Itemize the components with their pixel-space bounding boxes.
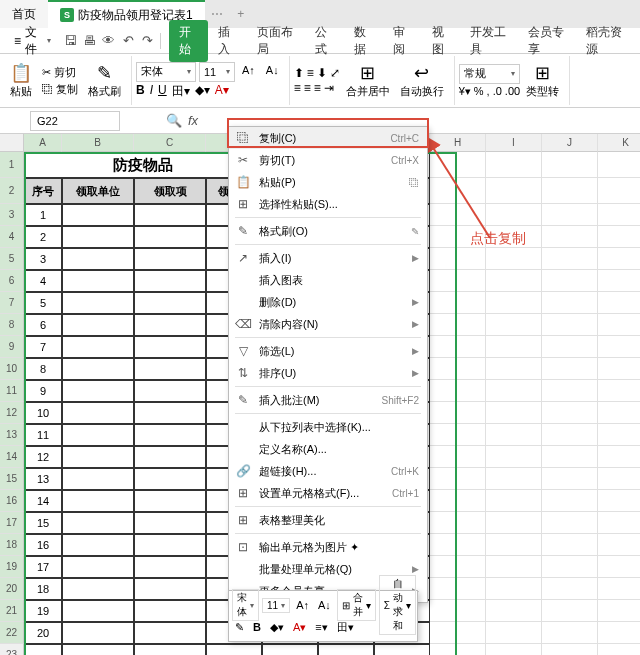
align-center-icon[interactable]: ≡	[304, 81, 311, 95]
row-head-17[interactable]: 17	[0, 512, 24, 534]
dec-inc-icon[interactable]: .0	[493, 85, 502, 98]
row-head-7[interactable]: 7	[0, 292, 24, 314]
cell[interactable]	[542, 152, 598, 178]
cell[interactable]	[134, 270, 206, 292]
row-head-16[interactable]: 16	[0, 490, 24, 512]
cell[interactable]	[598, 512, 640, 534]
cell[interactable]	[24, 644, 62, 655]
cell[interactable]	[134, 468, 206, 490]
mini-format-painter-icon[interactable]: ✎	[232, 620, 247, 635]
row-head-20[interactable]: 20	[0, 578, 24, 600]
cell[interactable]	[598, 314, 640, 336]
cell[interactable]	[134, 512, 206, 534]
col-head-I[interactable]: I	[486, 134, 542, 152]
cell[interactable]	[542, 270, 598, 292]
cell[interactable]: 15	[24, 512, 62, 534]
menu-item[interactable]: ⿻复制(C)Ctrl+C	[229, 127, 427, 149]
cell[interactable]: 12	[24, 446, 62, 468]
cell[interactable]	[430, 314, 486, 336]
menu-item[interactable]: ✎插入批注(M)Shift+F2	[229, 389, 427, 411]
cell[interactable]	[430, 446, 486, 468]
cell[interactable]	[430, 178, 486, 204]
cell[interactable]: 8	[24, 358, 62, 380]
cell[interactable]	[542, 446, 598, 468]
menu-item[interactable]: 插入图表	[229, 269, 427, 291]
cell[interactable]	[486, 424, 542, 446]
row-head-11[interactable]: 11	[0, 380, 24, 402]
menu-item[interactable]: ⊞选择性粘贴(S)...	[229, 193, 427, 215]
cell[interactable]	[486, 314, 542, 336]
currency-icon[interactable]: ¥▾	[459, 85, 471, 98]
cell[interactable]	[542, 358, 598, 380]
cell[interactable]	[542, 248, 598, 270]
cell[interactable]	[598, 204, 640, 226]
cell[interactable]	[598, 402, 640, 424]
cell[interactable]	[486, 204, 542, 226]
underline-button[interactable]: U	[158, 83, 167, 100]
cell[interactable]	[62, 424, 134, 446]
percent-icon[interactable]: %	[474, 85, 484, 98]
cell[interactable]	[62, 270, 134, 292]
cell[interactable]: 9	[24, 380, 62, 402]
font-color-button[interactable]: A▾	[215, 83, 229, 100]
cell[interactable]	[542, 600, 598, 622]
paste-button[interactable]: 📋粘贴	[6, 57, 36, 105]
cell[interactable]	[430, 336, 486, 358]
cell[interactable]	[598, 178, 640, 204]
dec-dec-icon[interactable]: .00	[505, 85, 520, 98]
preview-icon[interactable]: 👁	[100, 31, 117, 51]
cell[interactable]	[62, 578, 134, 600]
cell[interactable]	[430, 468, 486, 490]
cell[interactable]: 18	[24, 578, 62, 600]
cell[interactable]	[62, 336, 134, 358]
mini-border-icon[interactable]: 田▾	[334, 619, 357, 636]
align-left-icon[interactable]: ≡	[294, 81, 301, 95]
merge-button[interactable]: ⊞合并居中	[342, 57, 394, 105]
cell[interactable]	[134, 226, 206, 248]
cell[interactable]: 14	[24, 490, 62, 512]
mini-merge-button[interactable]: ⊞合并▾	[337, 589, 376, 621]
cell[interactable]	[430, 248, 486, 270]
cell[interactable]	[598, 336, 640, 358]
select-all-corner[interactable]	[0, 134, 24, 152]
cell[interactable]	[486, 380, 542, 402]
cell[interactable]	[598, 556, 640, 578]
cell[interactable]	[430, 534, 486, 556]
row-head-22[interactable]: 22	[0, 622, 24, 644]
mini-font-dec-icon[interactable]: A↓	[315, 598, 334, 612]
cell[interactable]	[486, 512, 542, 534]
cell[interactable]	[134, 446, 206, 468]
menu-item[interactable]: 删除(D)▶	[229, 291, 427, 313]
mini-align-icon[interactable]: ≡▾	[312, 620, 330, 635]
cell[interactable]	[486, 600, 542, 622]
cell[interactable]	[374, 644, 430, 655]
cell[interactable]	[542, 556, 598, 578]
row-head-4[interactable]: 4	[0, 226, 24, 248]
cell[interactable]	[486, 358, 542, 380]
header-cell[interactable]: 领取项	[134, 178, 206, 204]
col-head-J[interactable]: J	[542, 134, 598, 152]
cell[interactable]: 13	[24, 468, 62, 490]
cell[interactable]	[430, 270, 486, 292]
cell[interactable]	[134, 578, 206, 600]
menu-item[interactable]: ⇅排序(U)▶	[229, 362, 427, 384]
cut-button[interactable]: ✂剪切	[38, 64, 82, 80]
cell[interactable]	[262, 644, 318, 655]
mini-fill-icon[interactable]: ◆▾	[267, 620, 287, 635]
mini-font-select[interactable]: 宋体▾	[232, 589, 259, 621]
align-top-icon[interactable]: ⬆	[294, 66, 304, 80]
wrap-button[interactable]: ↩自动换行	[396, 57, 448, 105]
cell[interactable]: 6	[24, 314, 62, 336]
header-cell[interactable]: 领取单位	[62, 178, 134, 204]
menu-item[interactable]: 从下拉列表中选择(K)...	[229, 416, 427, 438]
cell[interactable]	[542, 622, 598, 644]
menu-item[interactable]: ⊞表格整理美化	[229, 509, 427, 531]
cell[interactable]	[598, 424, 640, 446]
number-format-select[interactable]: 常规▾	[459, 64, 520, 84]
save-icon[interactable]: 🖫	[61, 31, 78, 51]
font-name-select[interactable]: 宋体▾	[136, 62, 196, 82]
cell[interactable]	[318, 644, 374, 655]
cell[interactable]: 1	[24, 204, 62, 226]
cell[interactable]	[598, 534, 640, 556]
cell[interactable]	[542, 204, 598, 226]
